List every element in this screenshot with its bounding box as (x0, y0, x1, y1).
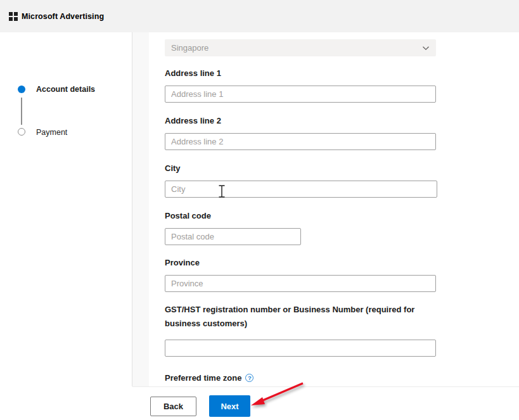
city-label: City (165, 162, 439, 175)
help-icon[interactable]: ? (245, 374, 253, 382)
address-line-2-label: Address line 2 (165, 114, 439, 128)
microsoft-logo-icon (9, 12, 18, 21)
next-button[interactable]: Next (209, 395, 250, 417)
address-line-2-input[interactable] (165, 133, 436, 150)
address-line-1-input[interactable] (165, 86, 436, 103)
stepper-sidebar: Account details Payment (0, 32, 132, 420)
province-input[interactable] (165, 275, 436, 292)
timezone-label: Preferred time zone (165, 373, 241, 383)
timezone-row: Preferred time zone ? (165, 373, 253, 383)
province-label: Province (165, 256, 439, 270)
city-input[interactable] (165, 181, 437, 198)
scroll-gutter (132, 32, 149, 386)
country-dropdown[interactable]: Singapore (165, 39, 436, 56)
gst-number-input[interactable] (165, 340, 436, 357)
footer-divider (132, 386, 519, 387)
step-upcoming-circle-icon (18, 128, 25, 136)
step-payment[interactable]: Payment (36, 128, 67, 137)
address-line-1-label: Address line 1 (165, 67, 439, 80)
chevron-down-icon (422, 44, 430, 52)
step-account-details[interactable]: Account details (36, 85, 95, 94)
step-active-dot-icon (18, 86, 25, 93)
gst-number-label: GST/HST registration number or Business … (165, 303, 439, 331)
back-button[interactable]: Back (150, 397, 196, 416)
account-details-form: Singapore Address line 1 Address line 2 … (165, 32, 444, 386)
postal-code-input[interactable] (165, 228, 301, 245)
step-connector-line (21, 98, 22, 125)
brand-title: Microsoft Advertising (22, 12, 104, 21)
app-header: Microsoft Advertising (0, 0, 519, 32)
country-dropdown-value: Singapore (171, 43, 422, 53)
postal-code-label: Postal code (165, 209, 439, 223)
